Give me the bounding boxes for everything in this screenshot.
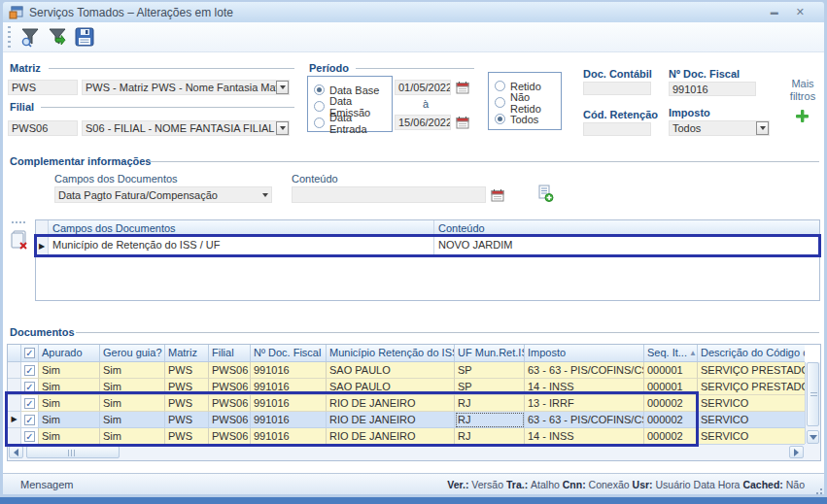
row-selector[interactable]: ▶ <box>8 412 21 428</box>
cell-gerou[interactable]: Sim <box>100 395 165 412</box>
matriz-code-field[interactable]: PWS <box>8 80 78 95</box>
title-bar[interactable]: Serviços Tomados – Alterações em lote ▬ … <box>3 2 824 22</box>
checkbox-checked-icon[interactable]: ✓ <box>24 382 35 392</box>
header-checkbox-cell[interactable]: ✓ <box>21 345 39 361</box>
row-checkbox-cell[interactable]: ✓ <box>21 362 39 379</box>
column-header-gerou[interactable]: Gerou guia? <box>100 345 165 361</box>
checkbox-checked-icon[interactable]: ✓ <box>24 431 35 442</box>
add-field-icon[interactable] <box>536 185 554 202</box>
remove-row-icon[interactable] <box>10 229 29 251</box>
cell-conteudo[interactable]: NOVO JARDIM <box>434 237 819 255</box>
cell-filial[interactable]: PWS06 <box>209 428 251 445</box>
close-button[interactable]: ✕ <box>796 7 805 17</box>
table-row[interactable]: ▶✓SimSimPWSPWS06991016RIO DE JANEIRORJ63… <box>8 412 805 428</box>
cell-filial[interactable]: PWS06 <box>209 362 251 379</box>
table-row[interactable]: ✓SimSimPWSPWS06991016SAO PAULOSP14 - INS… <box>8 379 805 395</box>
cell-matriz[interactable]: PWS <box>165 362 209 379</box>
horizontal-scrollbar-thumb[interactable] <box>26 446 120 458</box>
scroll-right-button[interactable] <box>789 446 804 458</box>
dropdown-arrow-icon[interactable] <box>276 81 289 94</box>
cell-doc[interactable]: 991016 <box>251 362 327 379</box>
cell-imposto[interactable]: 14 - INSS <box>525 379 644 395</box>
cell-gerou[interactable]: Sim <box>100 428 165 445</box>
grid-grip[interactable] <box>12 221 25 223</box>
cell-imposto[interactable]: 14 - INSS <box>525 428 644 445</box>
cell-municipio[interactable]: SAO PAULO <box>327 379 455 395</box>
column-header-filial[interactable]: Filial <box>209 345 251 361</box>
cell-matriz[interactable]: PWS <box>165 412 209 428</box>
cell-apurado[interactable]: Sim <box>39 362 100 379</box>
row-checkbox-cell[interactable]: ✓ <box>21 428 39 445</box>
radio-icon[interactable] <box>314 101 325 112</box>
cell-matriz[interactable]: PWS <box>165 395 209 412</box>
cell-campo[interactable]: Município de Retenção do ISS / UF <box>49 237 434 255</box>
cell-descricao[interactable]: SERVICO <box>698 412 805 428</box>
cell-descricao[interactable]: SERVIÇO PRESTADO ISS <box>698 362 805 379</box>
vertical-scrollbar-thumb[interactable] <box>807 362 819 426</box>
radio-selected-icon[interactable] <box>495 114 505 124</box>
cell-filial[interactable]: PWS06 <box>209 379 251 395</box>
cell-doc[interactable]: 991016 <box>251 428 327 445</box>
cell-descricao[interactable]: SERVICO <box>698 428 805 445</box>
cell-municipio[interactable]: SAO PAULO <box>327 362 455 379</box>
campos-grid-row[interactable]: ▶ Município de Retenção do ISS / UF NOVO… <box>36 237 819 255</box>
cell-seq[interactable]: 000002 <box>644 412 698 428</box>
minimize-button[interactable]: ▬ <box>771 7 778 17</box>
resize-grip-icon[interactable] <box>813 486 822 494</box>
column-header-doc[interactable]: Nº Doc. Fiscal <box>251 345 327 361</box>
filter-apply-button[interactable] <box>44 24 71 50</box>
save-button[interactable] <box>71 24 98 50</box>
row-checkbox-cell[interactable]: ✓ <box>21 379 39 395</box>
radio-data-entrada[interactable]: Data Entrada <box>314 115 386 131</box>
conteudo-field[interactable] <box>292 186 486 203</box>
cell-descricao[interactable]: SERVICO <box>698 395 805 412</box>
date-to-field[interactable]: 15/06/2022 <box>395 115 451 130</box>
cell-seq[interactable]: 000001 <box>644 362 698 379</box>
campos-documentos-combo[interactable]: Data Pagto Fatura/Compensação <box>54 186 272 203</box>
cell-uf[interactable]: SP <box>455 379 525 395</box>
header-conteudo[interactable]: Conteúdo <box>434 220 819 236</box>
radio-nao-retido[interactable]: Não Retido <box>495 94 555 111</box>
cell-doc[interactable]: 991016 <box>251 379 327 395</box>
cod-retencao-field[interactable] <box>583 122 651 136</box>
filial-combo[interactable]: S06 - FILIAL - NOME FANTASIA FILIAL PWS0… <box>82 120 290 136</box>
filter-search-button[interactable] <box>17 24 44 50</box>
cell-apurado[interactable]: Sim <box>39 395 100 412</box>
date-from-field[interactable]: 01/05/2022 <box>395 80 451 95</box>
calendar-icon[interactable] <box>456 81 469 94</box>
cell-uf[interactable]: RJ <box>455 428 525 445</box>
row-selector[interactable] <box>8 395 21 412</box>
cell-filial[interactable]: PWS06 <box>209 395 251 412</box>
radio-selected-icon[interactable] <box>314 84 325 95</box>
cell-municipio[interactable]: RIO DE JANEIRO <box>327 428 455 445</box>
mais-filtros-link[interactable]: Mais filtros <box>785 78 820 103</box>
column-header-descricao[interactable]: Descrição do Código do P▲ <box>698 345 805 361</box>
radio-icon[interactable] <box>495 97 505 108</box>
cell-imposto[interactable]: 13 - IRRF <box>525 395 644 412</box>
column-header-uf[interactable]: UF Mun.Ret.ISS <box>455 345 525 361</box>
cell-seq[interactable]: 000002 <box>644 428 698 445</box>
column-header-imposto[interactable]: Imposto <box>525 345 644 361</box>
column-header-municipio[interactable]: Município Retenção do ISS <box>327 345 455 361</box>
table-row[interactable]: ✓SimSimPWSPWS06991016SAO PAULOSP63 - 63 … <box>8 362 805 379</box>
num-doc-fiscal-field[interactable]: 991016 <box>669 82 756 96</box>
checkbox-checked-icon[interactable]: ✓ <box>24 415 35 425</box>
matriz-combo[interactable]: PWS - Matriz PWS - Nome Fantasia Matriz … <box>82 80 290 95</box>
cell-matriz[interactable]: PWS <box>165 379 209 395</box>
cell-imposto[interactable]: 63 - 63 - PIS/COFINS/CSLL <box>525 362 644 379</box>
cell-doc[interactable]: 991016 <box>251 412 327 428</box>
cell-apurado[interactable]: Sim <box>39 379 100 395</box>
filial-code-field[interactable]: PWS06 <box>8 120 78 136</box>
checkbox-checked-icon[interactable]: ✓ <box>24 365 35 376</box>
cell-gerou[interactable]: Sim <box>100 379 165 395</box>
row-selector[interactable] <box>8 362 21 379</box>
cell-descricao[interactable]: SERVIÇO PRESTADO ISS <box>698 379 805 395</box>
row-checkbox-cell[interactable]: ✓ <box>21 412 39 428</box>
cell-doc[interactable]: 991016 <box>251 395 327 412</box>
cell-apurado[interactable]: Sim <box>39 412 100 428</box>
plus-icon[interactable] <box>795 109 810 123</box>
table-row[interactable]: ✓SimSimPWSPWS06991016RIO DE JANEIRORJ14 … <box>8 428 805 445</box>
column-header-matriz[interactable]: Matriz <box>165 345 209 361</box>
cell-uf[interactable]: RJ <box>455 412 525 428</box>
row-checkbox-cell[interactable]: ✓ <box>21 395 39 412</box>
